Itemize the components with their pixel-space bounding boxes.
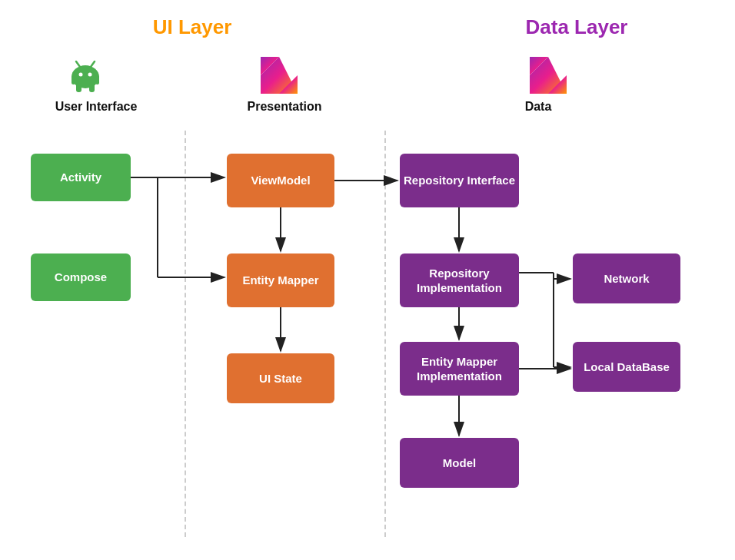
col-presentation-label: Presentation xyxy=(231,100,338,114)
android-icon xyxy=(65,54,105,97)
svg-point-6 xyxy=(88,73,92,77)
model-box: Model xyxy=(400,438,519,488)
entity-mapper-impl-box: Entity Mapper Implementation xyxy=(400,342,519,396)
viewmodel-box: ViewModel xyxy=(227,154,334,207)
activity-box: Activity xyxy=(31,154,131,201)
svg-point-5 xyxy=(79,73,83,77)
data-layer-header: Data Layer xyxy=(438,15,715,39)
svg-line-8 xyxy=(91,61,95,67)
divider-2 xyxy=(384,131,386,537)
kotlin-icon-presentation xyxy=(258,54,298,97)
svg-rect-1 xyxy=(72,75,75,84)
svg-point-0 xyxy=(72,65,99,88)
svg-rect-3 xyxy=(76,83,81,92)
diagram-container: UI Layer Data Layer xyxy=(0,0,735,560)
repository-implementation-box: Repository Implementation xyxy=(400,253,519,307)
col-data-label: Data xyxy=(500,100,577,114)
entity-mapper-box: Entity Mapper xyxy=(227,253,334,307)
compose-box: Compose xyxy=(31,253,131,301)
network-box: Network xyxy=(573,253,680,303)
repository-interface-box: Repository Interface xyxy=(400,154,519,207)
svg-rect-2 xyxy=(95,75,99,84)
ui-layer-header: UI Layer xyxy=(62,15,323,39)
divider-1 xyxy=(185,131,186,537)
col-user-interface-label: User Interface xyxy=(46,100,146,114)
ui-state-box: UI State xyxy=(227,353,334,403)
kotlin-icon-data xyxy=(527,54,567,97)
svg-rect-4 xyxy=(89,83,95,92)
local-database-box: Local DataBase xyxy=(573,342,680,392)
svg-line-7 xyxy=(76,61,80,67)
